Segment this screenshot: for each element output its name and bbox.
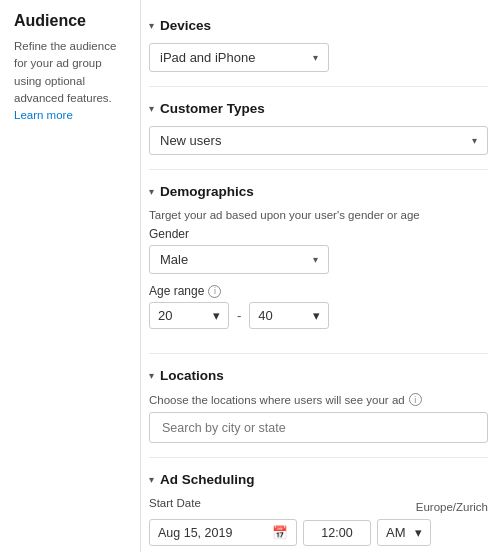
scheduling-labels-row: Start Date Europe/Zurich	[149, 497, 488, 513]
devices-section: ▾ Devices iPad and iPhone ▾	[149, 8, 488, 87]
age-range-row: 20 ▾ - 40 ▾	[149, 302, 488, 329]
datetime-inputs-row: Aug 15, 2019 📅 12:00 AM ▾	[149, 519, 488, 546]
gender-field-group: Gender Male ▾	[149, 227, 488, 274]
age-range-field-group: Age range i 20 ▾ - 40 ▾	[149, 284, 488, 329]
demographics-chevron-icon[interactable]: ▾	[149, 186, 154, 197]
ad-scheduling-chevron-icon[interactable]: ▾	[149, 474, 154, 485]
age-from-dropdown[interactable]: 20 ▾	[149, 302, 229, 329]
demographics-description: Target your ad based upon your user's ge…	[149, 209, 488, 221]
customer-types-dropdown[interactable]: New users ▾	[149, 126, 488, 155]
age-range-label-row: Age range i	[149, 284, 488, 298]
timezone-label: Europe/Zurich	[416, 501, 488, 513]
age-to-value: 40	[258, 308, 272, 323]
locations-header: ▾ Locations	[149, 358, 488, 383]
locations-section: ▾ Locations Choose the locations where u…	[149, 358, 488, 458]
learn-more-link[interactable]: Learn more	[14, 109, 73, 121]
start-date-value: Aug 15, 2019	[158, 526, 232, 540]
ampm-value: AM	[386, 525, 406, 540]
customer-types-dropdown-chevron-icon: ▾	[472, 135, 477, 146]
customer-types-header: ▾ Customer Types	[149, 91, 488, 116]
ad-scheduling-title: Ad Scheduling	[160, 472, 255, 487]
gender-dropdown[interactable]: Male ▾	[149, 245, 329, 274]
age-to-dropdown[interactable]: 40 ▾	[249, 302, 329, 329]
age-range-info-icon: i	[208, 285, 221, 298]
devices-dropdown-chevron-icon: ▾	[313, 52, 318, 63]
time-value: 12:00	[321, 526, 352, 540]
age-to-chevron-icon: ▾	[313, 308, 320, 323]
locations-search-container[interactable]	[149, 412, 488, 443]
sidebar-title: Audience	[14, 12, 126, 30]
gender-selected-value: Male	[160, 252, 188, 267]
age-range-label-text: Age range	[149, 284, 204, 298]
demographics-header: ▾ Demographics	[149, 174, 488, 199]
devices-selected-value: iPad and iPhone	[160, 50, 255, 65]
locations-description-text: Choose the locations where users will se…	[149, 394, 405, 406]
time-input[interactable]: 12:00	[303, 520, 371, 546]
locations-info-icon: i	[409, 393, 422, 406]
demographics-section: ▾ Demographics Target your ad based upon…	[149, 174, 488, 354]
gender-label: Gender	[149, 227, 488, 241]
customer-types-chevron-icon[interactable]: ▾	[149, 103, 154, 114]
age-from-value: 20	[158, 308, 172, 323]
start-date-label: Start Date	[149, 497, 201, 509]
customer-types-title: Customer Types	[160, 101, 265, 116]
locations-search-input[interactable]	[162, 421, 475, 435]
age-from-chevron-icon: ▾	[213, 308, 220, 323]
devices-section-title: Devices	[160, 18, 211, 33]
ampm-chevron-icon: ▾	[415, 525, 422, 540]
page-layout: Audience Refine the audience for your ad…	[0, 0, 500, 552]
demographics-title: Demographics	[160, 184, 254, 199]
calendar-icon: 📅	[272, 525, 288, 540]
start-date-input[interactable]: Aug 15, 2019 📅	[149, 519, 297, 546]
locations-title: Locations	[160, 368, 224, 383]
customer-types-section: ▾ Customer Types New users ▾	[149, 91, 488, 170]
ampm-dropdown[interactable]: AM ▾	[377, 519, 431, 546]
sidebar: Audience Refine the audience for your ad…	[0, 0, 140, 552]
main-content: ▾ Devices iPad and iPhone ▾ ▾ Customer T…	[140, 0, 500, 552]
devices-dropdown[interactable]: iPad and iPhone ▾	[149, 43, 329, 72]
sidebar-description: Refine the audience for your ad group us…	[14, 38, 126, 124]
ad-scheduling-section: ▾ Ad Scheduling Start Date Europe/Zurich…	[149, 462, 488, 552]
customer-types-selected-value: New users	[160, 133, 221, 148]
age-range-dash: -	[237, 308, 241, 323]
locations-chevron-icon[interactable]: ▾	[149, 370, 154, 381]
devices-section-header: ▾ Devices	[149, 8, 488, 33]
gender-dropdown-chevron-icon: ▾	[313, 254, 318, 265]
ad-scheduling-header: ▾ Ad Scheduling	[149, 462, 488, 487]
locations-description-row: Choose the locations where users will se…	[149, 393, 488, 406]
devices-chevron-icon[interactable]: ▾	[149, 20, 154, 31]
